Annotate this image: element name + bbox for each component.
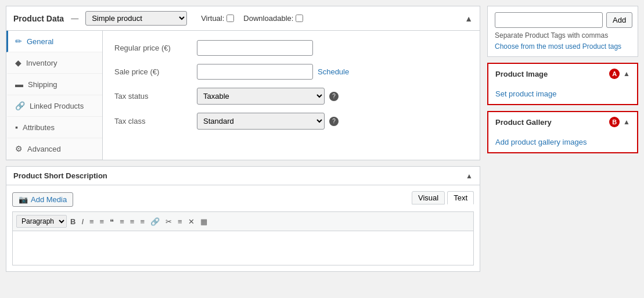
tab-visual[interactable]: Visual bbox=[412, 191, 445, 204]
shipping-icon: ▬ bbox=[15, 80, 23, 89]
product-data-header: Product Data — Simple product Grouped pr… bbox=[6, 6, 480, 31]
product-image-header-right: A ▲ bbox=[607, 69, 630, 79]
add-media-button[interactable]: 📷 Add Media bbox=[12, 192, 73, 207]
add-media-label: Add Media bbox=[31, 195, 67, 204]
bold-button[interactable]: B bbox=[68, 216, 78, 227]
sidebar-item-attributes[interactable]: ▪ Attributes bbox=[6, 117, 102, 138]
product-gallery-badge: B bbox=[609, 117, 620, 127]
regular-price-input-wrapper bbox=[197, 40, 313, 56]
tags-input[interactable] bbox=[495, 12, 603, 28]
product-image-panel: Product Image A ▲ Set product image bbox=[487, 63, 638, 105]
downloadable-checkbox-label[interactable]: Downloadable: bbox=[243, 14, 303, 23]
tax-status-dropdown[interactable]: Taxable Shipping only None bbox=[197, 88, 325, 105]
sidebar-item-general-label: General bbox=[27, 37, 53, 46]
tax-status-label: Tax status bbox=[114, 92, 190, 100]
product-gallery-collapse-btn[interactable]: ▲ bbox=[623, 118, 630, 126]
product-data-panel: Product Data — Simple product Grouped pr… bbox=[6, 6, 480, 160]
tab-text-label: Text bbox=[454, 193, 467, 202]
product-image-collapse-btn[interactable]: ▲ bbox=[623, 70, 630, 78]
product-data-title: Product Data bbox=[13, 14, 64, 23]
sidebar-item-shipping-label: Shipping bbox=[28, 80, 57, 89]
advanced-icon: ⚙ bbox=[15, 144, 23, 153]
regular-price-label: Regular price (€) bbox=[114, 44, 190, 52]
linked-products-icon: 🔗 bbox=[15, 101, 25, 110]
sale-price-input[interactable] bbox=[197, 64, 313, 80]
editor-tabs: Visual Text bbox=[412, 191, 474, 204]
unlink-button[interactable]: ✂ bbox=[163, 216, 174, 227]
sale-price-input-wrapper: Schedule bbox=[197, 64, 349, 80]
downloadable-checkbox[interactable] bbox=[296, 15, 303, 22]
sidebar-item-advanced-label: Advanced bbox=[27, 145, 61, 153]
short-description-collapse-btn[interactable]: ▲ bbox=[466, 172, 473, 180]
tax-class-help-icon: ? bbox=[329, 117, 339, 126]
table-button[interactable]: ▦ bbox=[198, 216, 210, 227]
sidebar-item-shipping[interactable]: ▬ Shipping bbox=[6, 74, 102, 95]
product-data-sidebar: ✏ General ◆ Inventory ▬ Shipping 🔗 Linke… bbox=[6, 31, 103, 160]
sidebar-item-general[interactable]: ✏ General bbox=[6, 31, 102, 52]
inventory-icon: ◆ bbox=[15, 58, 21, 67]
product-gallery-title: Product Gallery bbox=[495, 118, 552, 127]
unordered-list-button[interactable]: ≡ bbox=[87, 216, 96, 227]
short-description-panel: Product Short Description ▲ 📷 Add Media … bbox=[6, 166, 480, 272]
right-column: Add Separate Product Tags with commas Ch… bbox=[487, 6, 638, 272]
add-gallery-images-link[interactable]: Add product gallery images bbox=[495, 138, 587, 146]
editor-area[interactable] bbox=[12, 231, 474, 265]
product-gallery-panel: Product Gallery B ▲ Add product gallery … bbox=[487, 111, 638, 153]
link-button[interactable]: 🔗 bbox=[148, 216, 162, 227]
schedule-link[interactable]: Schedule bbox=[318, 67, 349, 76]
attributes-icon: ▪ bbox=[15, 123, 18, 132]
align-right-button[interactable]: ≡ bbox=[138, 216, 147, 227]
sidebar-item-attributes-label: Attributes bbox=[23, 123, 55, 132]
sidebar-item-inventory-label: Inventory bbox=[26, 59, 57, 67]
virtual-checkbox[interactable] bbox=[226, 15, 234, 22]
add-media-icon: 📷 bbox=[19, 195, 28, 204]
product-image-title: Product Image bbox=[495, 70, 548, 78]
tax-status-row: Tax status Taxable Shipping only None ? bbox=[114, 88, 468, 105]
tax-class-dropdown[interactable]: Standard Reduced rate Zero rate bbox=[197, 113, 325, 130]
tags-input-row: Add bbox=[495, 12, 631, 28]
ordered-list-button[interactable]: ≡ bbox=[98, 216, 107, 227]
virtual-label: Virtual: bbox=[201, 14, 224, 23]
sale-price-label: Sale price (€) bbox=[114, 67, 190, 76]
product-gallery-body: Add product gallery images bbox=[488, 132, 637, 152]
short-description-header: Product Short Description ▲ bbox=[6, 167, 480, 185]
downloadable-label: Downloadable: bbox=[243, 14, 293, 23]
italic-button[interactable]: I bbox=[79, 216, 86, 227]
sidebar-item-inventory[interactable]: ◆ Inventory bbox=[6, 52, 102, 74]
product-image-badge: A bbox=[609, 69, 620, 79]
align-center-button[interactable]: ≡ bbox=[128, 216, 137, 227]
tags-add-button[interactable]: Add bbox=[606, 12, 632, 28]
remove-format-button[interactable]: ✕ bbox=[186, 216, 197, 227]
tab-text[interactable]: Text bbox=[447, 191, 474, 204]
tax-class-row: Tax class Standard Reduced rate Zero rat… bbox=[114, 113, 468, 130]
align-left-button[interactable]: ≡ bbox=[117, 216, 127, 227]
tab-visual-label: Visual bbox=[418, 193, 438, 202]
tax-status-input-wrapper: Taxable Shipping only None ? bbox=[197, 88, 339, 105]
product-data-collapse-btn[interactable]: ▲ bbox=[465, 14, 473, 23]
sidebar-item-linked-label: Linked Products bbox=[30, 102, 84, 110]
blockquote-button[interactable]: ❝ bbox=[107, 216, 116, 227]
virtual-checkbox-label[interactable]: Virtual: bbox=[201, 14, 234, 23]
product-type-select[interactable]: Simple product Grouped product External/… bbox=[85, 11, 187, 26]
product-type-dropdown[interactable]: Simple product Grouped product External/… bbox=[85, 11, 187, 26]
paragraph-select[interactable]: Paragraph Heading 1 Heading 2 Heading 3 bbox=[16, 215, 67, 228]
media-row: 📷 Add Media Visual Text bbox=[12, 191, 474, 208]
product-gallery-header: Product Gallery B ▲ bbox=[488, 112, 637, 132]
product-data-body: ✏ General ◆ Inventory ▬ Shipping 🔗 Linke… bbox=[6, 31, 480, 160]
sidebar-item-linked-products[interactable]: 🔗 Linked Products bbox=[6, 95, 102, 117]
set-product-image-link[interactable]: Set product image bbox=[495, 89, 557, 98]
tax-status-help-icon: ? bbox=[329, 92, 339, 101]
tax-class-label: Tax class bbox=[114, 117, 190, 125]
product-data-content: Regular price (€) Sale price (€) Schedul… bbox=[103, 31, 480, 160]
sale-price-row: Sale price (€) Schedule bbox=[114, 64, 468, 80]
tags-most-used-link[interactable]: Choose from the most used Product tags bbox=[495, 42, 621, 51]
horizontal-rule-button[interactable]: ≡ bbox=[175, 216, 185, 227]
regular-price-row: Regular price (€) bbox=[114, 40, 468, 56]
sidebar-item-advanced[interactable]: ⚙ Advanced bbox=[6, 138, 102, 160]
tags-panel: Add Separate Product Tags with commas Ch… bbox=[487, 6, 638, 57]
editor-toolbar: Paragraph Heading 1 Heading 2 Heading 3 … bbox=[12, 211, 474, 231]
short-description-body: 📷 Add Media Visual Text Paragraph bbox=[6, 185, 480, 271]
tax-class-input-wrapper: Standard Reduced rate Zero rate ? bbox=[197, 113, 339, 130]
regular-price-input[interactable] bbox=[197, 40, 313, 56]
general-icon: ✏ bbox=[15, 37, 22, 46]
